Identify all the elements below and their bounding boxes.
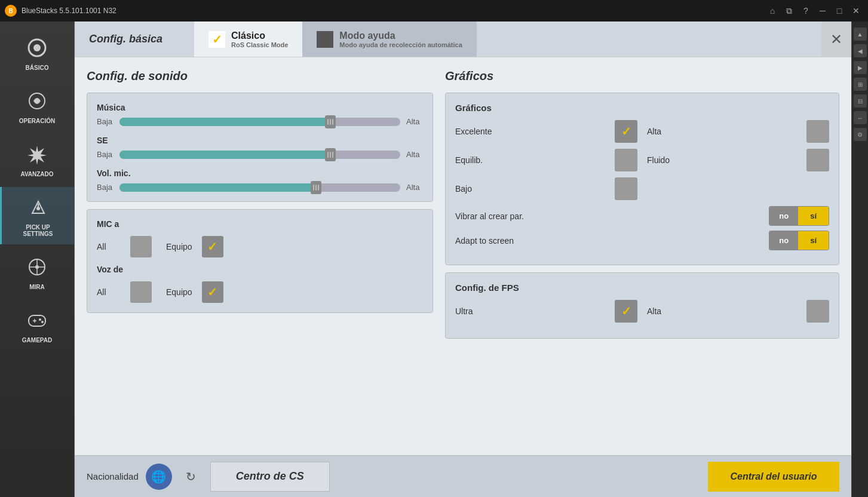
graphics-quality-box: Gráficos Excelente ✓ Alta Equilib. Fluid… (445, 93, 839, 265)
main-content: Config. de sonido Música Baja (75, 57, 851, 455)
nationality-flag[interactable]: 🌐 (146, 464, 172, 490)
fps-ultra-checkbox[interactable]: ✓ (615, 300, 637, 323)
gamepad-icon (24, 307, 50, 333)
operacion-icon (24, 88, 50, 114)
rail-btn-7[interactable]: ⚙ (854, 128, 867, 141)
sidebar-item-pickup[interactable]: PICK UPSETTINGS (0, 187, 74, 244)
voz-section-title: Voz de (97, 265, 423, 274)
musica-label: Música (97, 103, 423, 112)
sound-panel-title: Config. de sonido (87, 69, 433, 83)
pickup-icon (25, 194, 51, 220)
refresh-button[interactable]: ↻ (179, 465, 203, 489)
sidebar-label-operacion: OPERACIÓN (19, 118, 56, 124)
vibrar-toggle[interactable]: no sí (769, 206, 829, 226)
voz-equipo-check-icon: ✓ (207, 285, 217, 299)
rail-btn-1[interactable]: ▲ (854, 27, 867, 41)
musica-thumb[interactable] (325, 115, 336, 128)
tab-ayuda-title: Modo ayuda (339, 30, 462, 41)
tab-modo-ayuda[interactable]: Modo ayuda Modo ayuda de recolección aut… (302, 22, 476, 57)
sound-panel: Config. de sonido Música Baja (87, 69, 433, 455)
sidebar-item-gamepad[interactable]: GAMEPAD (0, 300, 74, 351)
graphics-bajo-checkbox[interactable] (615, 177, 637, 200)
mic-equipo-label: Equipo (166, 242, 192, 251)
se-thumb[interactable] (325, 148, 336, 161)
tab-clasico[interactable]: ✓ Clásico RoS Classic Mode (194, 22, 302, 57)
multi-icon[interactable]: ⧉ (782, 4, 796, 18)
header-tabs: ✓ Clásico RoS Classic Mode Modo ayuda Mo… (194, 22, 851, 57)
se-slider-row: SE Baja (97, 136, 423, 159)
rail-btn-4[interactable]: ⊞ (854, 78, 867, 91)
graphics-fluido-label: Fluido (647, 155, 797, 165)
graphics-equilib-checkbox[interactable] (615, 149, 637, 171)
cs-center-label: Centro de CS (236, 470, 304, 483)
user-central-button[interactable]: Central del usuario (708, 462, 839, 492)
musica-slider[interactable] (119, 118, 400, 126)
rail-btn-3[interactable]: ▶ (854, 61, 867, 74)
svg-point-12 (39, 318, 41, 321)
mic-all-label: All (97, 242, 121, 251)
se-slider[interactable] (119, 151, 400, 159)
voz-all-checkbox[interactable] (130, 281, 152, 303)
graphics-grid: Excelente ✓ Alta Equilib. Fluido Bajo (455, 120, 829, 200)
fps-alta-checkbox[interactable] (806, 300, 829, 323)
right-rail: ▲ ◀ ▶ ⊞ ⊟ ↔ ⚙ (851, 22, 868, 497)
tab-clasico-title: Clásico (231, 30, 288, 41)
graphics-excelente-checkbox[interactable]: ✓ (615, 120, 637, 143)
voz-equipo-label: Equipo (166, 287, 192, 297)
adapt-toggle[interactable]: no sí (769, 231, 829, 250)
sidebar-label-pickup: PICK UPSETTINGS (23, 224, 53, 237)
tab-clasico-check: ✓ (208, 31, 225, 48)
volmic-label: Vol. mic. (97, 168, 423, 178)
titlebar: B BlueStacks 5.5.101.1001 N32 ⌂ ⧉ ? ─ □ … (0, 0, 868, 22)
sidebar-item-basico[interactable]: BÁSICO (0, 27, 74, 78)
volmic-thumb[interactable] (311, 181, 321, 194)
mic-equipo-checkbox[interactable]: ✓ (202, 236, 223, 257)
graphics-alta-checkbox[interactable] (806, 120, 829, 143)
mic-section-title: MIC a (97, 219, 423, 229)
minimize-icon[interactable]: ─ (815, 4, 830, 18)
sidebar-item-avanzado[interactable]: AVANZADO (0, 134, 74, 185)
voz-equipo-checkbox[interactable]: ✓ (202, 281, 223, 303)
fps-box: Config. de FPS Ultra ✓ Alta (445, 272, 839, 339)
sidebar-label-mira: MIRA (29, 284, 45, 290)
mic-equipo-check-icon: ✓ (207, 240, 217, 254)
vibrar-row: Vibrar al crear par. no sí (455, 206, 829, 226)
adapt-on: sí (798, 231, 829, 250)
user-central-label: Central del usuario (731, 471, 817, 482)
avanzado-icon (24, 141, 50, 167)
graphics-alta-label: Alta (647, 127, 797, 136)
mic-row-all: All Equipo ✓ (97, 236, 423, 257)
graphics-fluido-checkbox[interactable] (806, 149, 829, 171)
svg-point-1 (33, 44, 41, 51)
musica-slider-row: Música Baja (97, 103, 423, 126)
rail-btn-5[interactable]: ⊟ (854, 94, 867, 108)
volmic-high: Alta (406, 183, 423, 192)
se-high: Alta (406, 150, 423, 159)
close-button[interactable]: ✕ (821, 22, 851, 57)
help-icon[interactable]: ? (799, 4, 813, 18)
musica-high: Alta (406, 117, 423, 126)
musica-low: Baja (97, 117, 114, 126)
restore-icon[interactable]: □ (832, 4, 846, 18)
volmic-slider[interactable] (119, 183, 400, 192)
bottom-bar: Nacionalidad 🌐 ↻ Centro de CS Central de… (75, 455, 851, 497)
app-logo: B (5, 5, 17, 17)
home-icon[interactable]: ⌂ (765, 4, 780, 18)
sidebar-item-mira[interactable]: MIRA (0, 247, 74, 297)
rail-btn-2[interactable]: ◀ (854, 44, 867, 57)
close-icon[interactable]: ✕ (849, 4, 863, 18)
se-label: SE (97, 136, 423, 145)
content-area: Config. básica ✓ Clásico RoS Classic Mod… (75, 22, 851, 497)
graphics-excelente-label: Excelente (455, 127, 605, 136)
mic-all-checkbox[interactable] (130, 236, 152, 257)
sidebar-label-basico: BÁSICO (26, 65, 49, 71)
tab-ayuda-subtitle: Modo ayuda de recolección automática (339, 41, 462, 48)
sidebar: BÁSICO OPERACIÓN AVANZADO PICK UPSETTING… (0, 22, 75, 497)
fps-alta-label: Alta (647, 306, 797, 316)
sidebar-item-operacion[interactable]: OPERACIÓN (0, 81, 74, 131)
graphics-bajo-label: Bajo (455, 184, 605, 194)
rail-btn-6[interactable]: ↔ (854, 111, 867, 124)
cs-center-button[interactable]: Centro de CS (210, 462, 330, 492)
excelente-check-icon: ✓ (621, 124, 631, 139)
page-title: Config. básica (75, 33, 194, 45)
